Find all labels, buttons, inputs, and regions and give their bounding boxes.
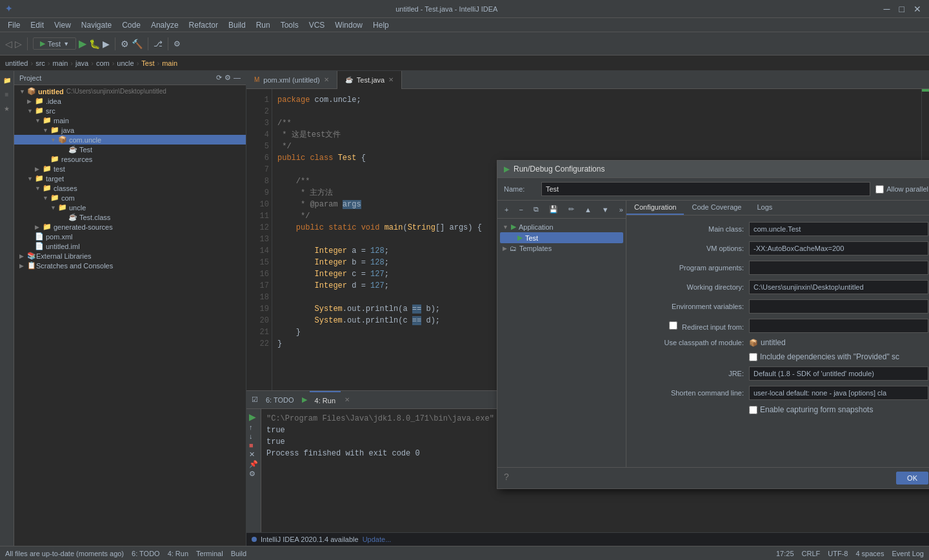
update-link[interactable]: Update... xyxy=(363,535,392,543)
statusbar-encoding[interactable]: UTF-8 xyxy=(828,550,848,557)
breadcrumb-main-method[interactable]: main xyxy=(162,59,177,67)
menu-view[interactable]: View xyxy=(49,21,76,30)
tab-run[interactable]: 4: Run xyxy=(310,391,341,409)
dialog-more-btn[interactable]: » xyxy=(615,203,626,215)
dialog-copy-btn[interactable]: ⧉ xyxy=(529,203,543,215)
debug-button-icon[interactable]: 🐛 xyxy=(89,39,100,49)
statusbar-terminal[interactable]: Terminal xyxy=(196,550,223,557)
tree-item-pom[interactable]: ▶ 📄 pom.xml xyxy=(14,232,246,241)
dialog-name-input[interactable] xyxy=(541,182,870,196)
pin-icon[interactable]: 📌 xyxy=(249,460,258,468)
tree-item-generated[interactable]: ▶ 📁 generated-sources xyxy=(14,222,246,232)
tree-item-ext-libs[interactable]: ▶ 📚 External Libraries xyxy=(14,251,246,261)
tab-test-close[interactable]: ✕ xyxy=(388,76,394,83)
breadcrumb-main[interactable]: main xyxy=(53,59,68,67)
menu-navigate[interactable]: Navigate xyxy=(76,21,117,30)
shorten-cmd-input[interactable] xyxy=(749,386,928,400)
tree-item-scratches[interactable]: ▶ 📋 Scratches and Consoles xyxy=(14,261,246,270)
run-again-icon[interactable]: ▶ xyxy=(249,412,258,422)
dialog-edit-btn[interactable]: ✏ xyxy=(564,203,579,215)
tree-item-target[interactable]: ▼ 📁 target xyxy=(14,174,246,183)
menu-vcs[interactable]: VCS xyxy=(304,21,330,30)
redirect-input[interactable] xyxy=(749,319,928,333)
tree-item-idea[interactable]: ▶ 📁 .idea xyxy=(14,96,246,106)
allow-parallel-checkbox[interactable] xyxy=(875,185,884,194)
project-settings-icon[interactable]: ⚙ xyxy=(225,74,231,82)
tab-pom-xml[interactable]: M pom.xml (untitled) ✕ xyxy=(246,71,337,89)
favorites-icon[interactable]: ★ xyxy=(1,102,14,115)
tree-item-root[interactable]: ▼ 📦 untitled C:\Users\sunjinxin\Desktop\… xyxy=(14,86,246,96)
tab-test-java[interactable]: ☕ Test.java ✕ xyxy=(337,71,402,89)
scroll-up-icon[interactable]: ↑ xyxy=(249,423,258,431)
close-run-icon[interactable]: ✕ xyxy=(345,396,350,403)
statusbar-build[interactable]: Build xyxy=(231,550,246,557)
project-icon[interactable]: 📁 xyxy=(1,74,14,86)
project-sync-icon[interactable]: ⟳ xyxy=(216,74,222,82)
breadcrumb-src[interactable]: src xyxy=(35,59,45,67)
dialog-help-icon[interactable]: ? xyxy=(504,472,509,485)
menu-code[interactable]: Code xyxy=(117,21,146,30)
tree-item-classes[interactable]: ▼ 📁 classes xyxy=(14,183,246,193)
statusbar-event-log[interactable]: Event Log xyxy=(892,550,924,557)
breadcrumb-uncle[interactable]: uncle xyxy=(117,59,134,67)
dialog-tab-configuration[interactable]: Configuration xyxy=(626,201,684,215)
statusbar-todo[interactable]: 6: TODO xyxy=(132,550,160,557)
tree-item-test-java[interactable]: ▶ ☕ Test xyxy=(14,145,246,154)
run-config-selector[interactable]: ▶ Test ▼ xyxy=(33,37,76,50)
menu-refactor[interactable]: Refactor xyxy=(184,21,223,30)
tab-pom-close[interactable]: ✕ xyxy=(324,76,329,83)
prog-args-input[interactable] xyxy=(749,261,928,275)
dialog-remove-btn[interactable]: − xyxy=(514,203,527,215)
menu-file[interactable]: File xyxy=(3,21,25,30)
dialog-up-btn[interactable]: ▲ xyxy=(580,203,596,215)
dialog-tree-templates[interactable]: ▶ 🗂 Templates xyxy=(500,243,623,254)
stop-icon[interactable]: ■ xyxy=(249,441,258,449)
dialog-ok-button[interactable]: OK xyxy=(896,472,928,485)
minimize-icon[interactable]: ─ xyxy=(881,4,893,14)
dialog-save-btn[interactable]: 💾 xyxy=(544,203,563,215)
menu-window[interactable]: Window xyxy=(330,21,368,30)
tree-item-main[interactable]: ▼ 📁 main xyxy=(14,115,246,125)
redirect-checkbox[interactable] xyxy=(669,321,677,330)
tree-item-uncle[interactable]: ▼ 📁 uncle xyxy=(14,203,246,212)
navigate-back-icon[interactable]: ◁ xyxy=(5,39,12,49)
structure-icon[interactable]: ≡ xyxy=(1,88,14,101)
tree-item-resources[interactable]: ▶ 📁 resources xyxy=(14,154,246,164)
working-dir-input[interactable] xyxy=(749,280,928,294)
dialog-tree-test[interactable]: ▶ ▶ Test xyxy=(500,232,623,243)
dialog-add-btn[interactable]: + xyxy=(500,203,513,215)
scroll-down-icon[interactable]: ↓ xyxy=(249,432,258,440)
dialog-tab-logs[interactable]: Logs xyxy=(750,201,781,215)
breadcrumb-com[interactable]: com xyxy=(96,59,110,67)
menu-edit[interactable]: Edit xyxy=(25,21,49,30)
include-deps-checkbox[interactable] xyxy=(749,353,757,361)
project-collapse-icon[interactable]: — xyxy=(234,74,241,82)
menu-tools[interactable]: Tools xyxy=(275,21,304,30)
enable-capture-checkbox[interactable] xyxy=(749,406,757,414)
dialog-tree-application[interactable]: ▼ ▶ Application xyxy=(500,221,623,232)
settings-icon[interactable]: ⚙ xyxy=(174,39,181,48)
dialog-tab-coverage[interactable]: Code Coverage xyxy=(684,201,749,215)
build-icon[interactable]: 🔨 xyxy=(132,39,143,49)
settings-panel-icon[interactable]: ⚙ xyxy=(249,470,258,478)
tree-item-com[interactable]: ▼ 📁 com xyxy=(14,193,246,203)
breadcrumb-untitled[interactable]: untitled xyxy=(5,59,28,67)
env-vars-input[interactable] xyxy=(749,299,928,314)
tree-item-test-class[interactable]: ▶ ☕ Test.class xyxy=(14,212,246,222)
tree-item-java[interactable]: ▼ 📁 java xyxy=(14,125,246,135)
statusbar-indent[interactable]: 4 spaces xyxy=(855,550,884,557)
breadcrumb-test[interactable]: Test xyxy=(141,59,154,67)
tree-item-test-folder[interactable]: ▶ 📁 test xyxy=(14,164,246,174)
navigate-forward-icon[interactable]: ▷ xyxy=(15,39,22,49)
jre-input[interactable] xyxy=(749,366,928,381)
tab-todo[interactable]: 6: TODO xyxy=(261,391,299,409)
tree-item-com-uncle[interactable]: ▼ 📦 com.uncle xyxy=(14,135,246,145)
dialog-down-btn[interactable]: ▼ xyxy=(597,203,614,215)
run-coverage-icon[interactable]: ▶ xyxy=(103,39,110,49)
maximize-icon[interactable]: □ xyxy=(897,4,907,14)
vm-options-input[interactable] xyxy=(749,241,928,255)
menu-run[interactable]: Run xyxy=(251,21,275,30)
statusbar-crlf[interactable]: CRLF xyxy=(802,550,821,557)
run-button-icon[interactable]: ▶ xyxy=(79,37,86,50)
build-project-icon[interactable]: ⚙ xyxy=(121,39,129,49)
